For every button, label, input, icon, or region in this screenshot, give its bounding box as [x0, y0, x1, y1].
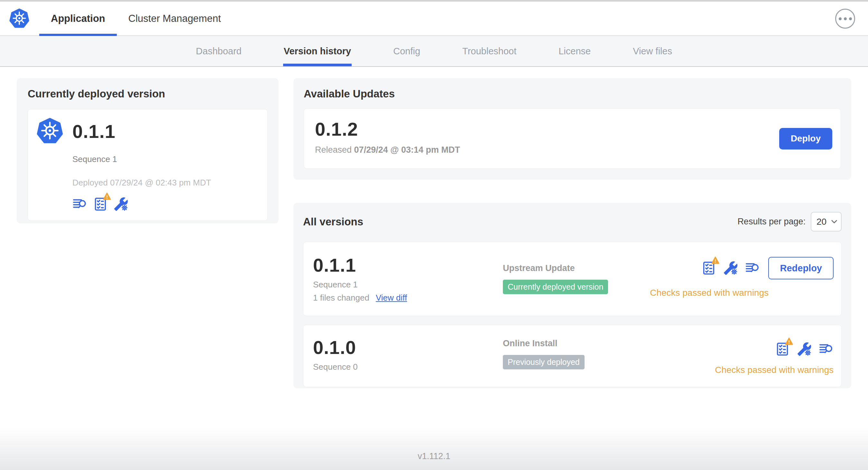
tab-cluster-management-label: Cluster Management	[128, 13, 221, 25]
config-button[interactable]	[114, 197, 128, 211]
preflight-checks-link[interactable]: Checks passed with warnings	[715, 365, 834, 375]
chevron-down-icon	[831, 220, 837, 224]
currently-deployed-title: Currently deployed version	[28, 88, 268, 100]
console-version: v1.112.1	[0, 451, 868, 461]
results-per-page-value: 20	[816, 217, 827, 227]
row-version-number: 0.1.0	[313, 337, 503, 358]
subnav-tab-license[interactable]: License	[559, 36, 591, 66]
header-tabs: Application Cluster Management	[39, 2, 232, 35]
results-per-page: Results per page: 20	[737, 212, 842, 231]
preflight-checks-button[interactable]	[93, 197, 108, 211]
available-updates-panel: Available Updates 0.1.2 Released 07/29/2…	[293, 78, 851, 180]
ellipsis-dot	[844, 18, 847, 20]
deploy-button[interactable]: Deploy	[779, 128, 832, 149]
currently-deployed-card: 0.1.1 Sequence 1 Deployed 07/29/24 @ 02:…	[28, 109, 268, 221]
kubernetes-logo-icon	[9, 8, 30, 29]
version-row-0-1-0: 0.1.0 Sequence 0 Online Install Previous…	[303, 325, 842, 387]
release-notes-icon	[819, 342, 834, 357]
config-button[interactable]	[797, 342, 812, 357]
version-source-label: Upstream Update	[503, 263, 650, 273]
tab-cluster-management[interactable]: Cluster Management	[117, 2, 232, 35]
footer-gradient	[0, 427, 868, 470]
kots-admin-console: Application Cluster Management Dashboard…	[0, 0, 868, 470]
warning-triangle-icon	[785, 337, 793, 345]
tab-application-label: Application	[51, 13, 105, 25]
version-row-0-1-1: 0.1.1 Sequence 1 1 files changed View di…	[303, 242, 842, 316]
current-version-deployed-date: Deployed 07/29/24 @ 02:43 pm MDT	[72, 178, 258, 188]
update-released-date: Released 07/29/24 @ 03:14 pm MDT	[315, 145, 460, 155]
preflight-checks-button[interactable]	[701, 261, 716, 275]
warning-triangle-icon	[103, 192, 111, 201]
all-versions-panel: All versions Results per page: 20 0.1.1 …	[293, 203, 851, 388]
available-updates-title: Available Updates	[304, 88, 841, 100]
tab-application[interactable]: Application	[39, 2, 117, 35]
redeploy-button[interactable]: Redeploy	[768, 257, 834, 279]
subnav-tab-dashboard[interactable]: Dashboard	[196, 36, 242, 66]
status-badge-currently-deployed: Currently deployed version	[503, 280, 608, 294]
available-update-card: 0.1.2 Released 07/29/24 @ 03:14 pm MDT D…	[304, 108, 841, 169]
wrench-gear-icon	[797, 342, 812, 357]
update-version-number: 0.1.2	[315, 118, 460, 140]
results-per-page-label: Results per page:	[737, 217, 806, 227]
preflight-checks-link[interactable]: Checks passed with warnings	[650, 288, 769, 298]
subnav-tab-view-files[interactable]: View files	[633, 36, 672, 66]
all-versions-title: All versions	[303, 216, 363, 228]
release-notes-icon	[72, 197, 87, 211]
release-notes-button[interactable]	[745, 261, 760, 275]
app-subnav: Dashboard Version history Config Trouble…	[0, 36, 868, 67]
subnav-tab-config[interactable]: Config	[393, 36, 420, 66]
ellipsis-dot	[839, 18, 842, 20]
current-version-number: 0.1.1	[72, 121, 116, 142]
config-button[interactable]	[723, 261, 738, 275]
row-sequence: Sequence 0	[313, 362, 503, 372]
ellipsis-dot	[849, 18, 852, 20]
release-notes-icon	[745, 261, 760, 275]
row-version-number: 0.1.1	[313, 254, 503, 276]
app-kubernetes-icon	[36, 118, 63, 145]
release-notes-button[interactable]	[72, 197, 87, 211]
version-source-label: Online Install	[503, 338, 715, 348]
status-badge-previously-deployed: Previously deployed	[503, 355, 585, 369]
view-diff-link[interactable]: View diff	[376, 293, 407, 303]
preflight-checks-button[interactable]	[775, 342, 790, 357]
current-version-sequence: Sequence 1	[72, 154, 258, 164]
subnav-tab-troubleshoot[interactable]: Troubleshoot	[462, 36, 516, 66]
currently-deployed-panel: Currently deployed version 0.1.1 Sequenc…	[17, 78, 279, 224]
files-changed-label: 1 files changed	[313, 293, 369, 303]
wrench-gear-icon	[723, 261, 738, 275]
ellipsis-menu-button[interactable]	[835, 9, 855, 29]
results-per-page-select[interactable]: 20	[811, 212, 842, 231]
subnav-tab-version-history[interactable]: Version history	[284, 36, 351, 66]
row-sequence: Sequence 1	[313, 280, 503, 290]
warning-triangle-icon	[711, 256, 720, 265]
release-notes-button[interactable]	[819, 342, 834, 357]
app-header: Application Cluster Management	[0, 2, 868, 36]
wrench-gear-icon	[114, 197, 128, 211]
